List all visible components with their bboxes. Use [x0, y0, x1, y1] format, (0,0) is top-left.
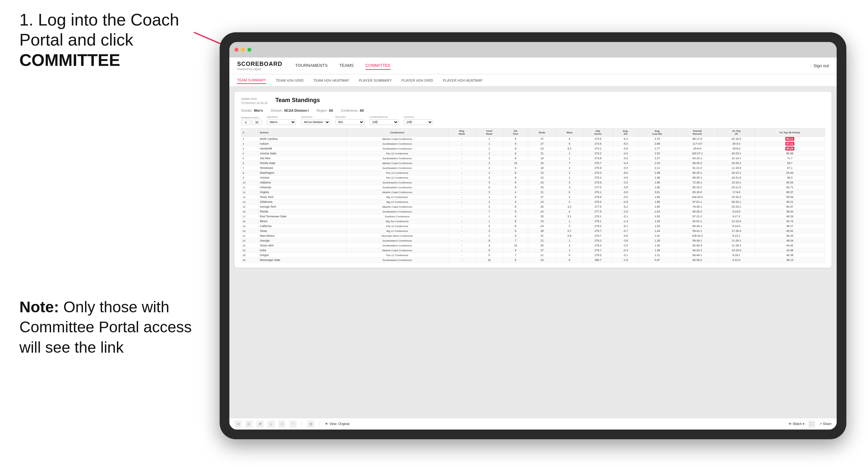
cell-pts: 40.38 — [755, 253, 825, 258]
cell-wins: 1 — [556, 238, 583, 243]
conference-control: Conference (All) — [370, 116, 399, 125]
cell-no-tour: 9 — [503, 209, 528, 214]
cell-school[interactable]: Duke — [258, 248, 346, 253]
cell-vs-top25: 30-15-1 — [718, 199, 755, 205]
cell-no-tour: 9 — [503, 214, 528, 219]
min-rounds-input2[interactable] — [252, 120, 262, 125]
conference-value: All — [360, 109, 364, 113]
cell-school[interactable]: Georgia Tech — [258, 205, 346, 209]
cell-school[interactable]: Arkansas — [258, 185, 346, 190]
division-select[interactable]: NCAA Division I — [301, 119, 330, 125]
cell-adj-score: 276.4 — [583, 175, 613, 180]
toolbar-clock[interactable]: ◷ — [307, 421, 314, 428]
cell-school[interactable]: East Tennessee State — [258, 214, 346, 219]
conference-select[interactable]: (All) — [370, 119, 399, 125]
cell-rank: 21 — [241, 234, 258, 238]
cell-no-tour: 6 — [503, 166, 528, 170]
toolbar-reload[interactable]: ↺ — [256, 421, 264, 428]
cell-school[interactable]: Washington — [258, 170, 346, 175]
cell-school[interactable]: Tennessee — [258, 166, 346, 170]
cell-conference: Atlantic Coast Conference — [346, 190, 448, 195]
cell-school[interactable]: Ole Miss — [258, 156, 346, 161]
min-rounds-group: Minimum Rou... — [241, 116, 262, 125]
tablet-screen: SCOREBOARD Powered by clippd TOURNAMENTS… — [229, 42, 837, 430]
cell-school[interactable]: Oklahoma — [258, 199, 346, 205]
cell-school[interactable]: Arizona State — [258, 151, 346, 156]
cell-conference: Pac-12 Conference — [346, 253, 448, 258]
cell-pts: 80.98 — [755, 151, 825, 156]
cell-school[interactable]: New Mexico — [258, 234, 346, 238]
cell-sg: -1.4 — [613, 219, 638, 224]
min-rounds-input1[interactable] — [241, 120, 251, 125]
nav-teams[interactable]: TEAMS — [339, 62, 354, 70]
cell-avg-low: 1.85 — [638, 195, 676, 199]
browser-close — [235, 48, 239, 52]
cell-school[interactable]: Arizona — [258, 175, 346, 180]
cell-conf-rank: 5 — [475, 180, 503, 185]
cell-school[interactable]: Virginia — [258, 190, 346, 195]
cell-conference: Atlantic Coast Conference — [346, 248, 448, 253]
cell-wins: 6.2 — [556, 146, 583, 151]
sub-nav-player-summary[interactable]: PLAYER SUMMARY — [359, 77, 392, 84]
share-button[interactable]: ↗ Share — [819, 422, 832, 426]
cell-wins: 1 — [556, 156, 583, 161]
cell-no-tour: 8 — [503, 146, 528, 151]
cell-rnds: 22 — [528, 175, 556, 180]
sign-out-link[interactable]: Sign out — [813, 63, 829, 68]
sub-nav-h2h-grid[interactable]: TEAM H2H GRID — [276, 77, 304, 84]
cell-school[interactable]: Auburn — [258, 142, 346, 146]
card-title: Team Standings — [276, 97, 320, 104]
cell-rnds: 21 — [528, 253, 556, 258]
cell-school[interactable]: Illinois — [258, 219, 346, 224]
table-row: 8 Washington Pac-12 Conference - 2 8 23 … — [241, 170, 825, 175]
cell-reg-rank: - — [448, 229, 475, 234]
watch-button[interactable]: 👁 Watch ▾ — [788, 422, 804, 426]
cell-sg: -1.8 — [613, 258, 638, 262]
cell-avg-low: 1.28 — [638, 219, 676, 224]
cell-avg-low: 1.30 — [638, 243, 676, 248]
cell-reg-rank: - — [448, 151, 475, 156]
cell-no-tour: 8 — [503, 219, 528, 224]
cell-wins: 6 — [556, 190, 583, 195]
cell-school[interactable]: Florida — [258, 209, 346, 214]
toolbar-expand[interactable]: ⛶ — [808, 421, 815, 428]
cell-vs-top25: 17-9-0 — [718, 190, 755, 195]
toolbar-bookmark[interactable]: ☆ — [278, 421, 285, 428]
cell-avg-low: 2.11 — [638, 166, 676, 170]
cell-rnds: 23 — [528, 180, 556, 185]
nav-tournaments[interactable]: TOURNAMENTS — [295, 62, 328, 70]
cell-overall: 92-40-3 — [676, 243, 718, 248]
cell-school[interactable]: Florida State — [258, 161, 346, 166]
cell-school[interactable]: Oregon — [258, 253, 346, 258]
sub-nav-h2h-heatmap[interactable]: TEAM H2H HEATMAP — [313, 77, 349, 84]
toolbar-more[interactable]: ⋯ — [289, 421, 297, 428]
sub-nav-player-h2h-heatmap[interactable]: PLAYER H2H HEATMAP — [443, 77, 483, 84]
cell-school[interactable]: Vanderbilt — [258, 146, 346, 151]
cell-sg: -6.0 — [613, 170, 638, 175]
col-vs-top25: Vs Top25 — [718, 128, 755, 136]
cell-pts: 60.71 — [755, 185, 825, 190]
sub-nav-team-summary[interactable]: TEAM SUMMARY — [237, 77, 266, 84]
toolbar-home[interactable]: ⌂ — [268, 421, 275, 428]
nav-committee[interactable]: COMMITTEE — [365, 62, 391, 70]
cell-school[interactable]: Georgia — [258, 238, 346, 243]
cell-school[interactable]: California — [258, 224, 346, 229]
cell-school[interactable]: Texas A&M — [258, 243, 346, 248]
cell-reg-rank: - — [448, 136, 475, 142]
sub-nav-player-h2h-grid[interactable]: PLAYER H2H GRID — [402, 77, 433, 84]
region-select[interactable]: N/A — [335, 119, 364, 125]
toolbar-forward[interactable]: ▷ — [246, 421, 253, 428]
cell-school[interactable]: Texas Tech — [258, 195, 346, 199]
school-select[interactable]: (All) — [404, 119, 433, 125]
toolbar-back[interactable]: ◁ — [235, 421, 242, 428]
cell-no-tour: 6 — [503, 151, 528, 156]
cell-avg-low: 1.85 — [638, 199, 676, 205]
cell-school[interactable]: Texas — [258, 229, 346, 234]
cell-school[interactable]: Mississippi State — [258, 258, 346, 262]
cell-school[interactable]: Alabama — [258, 180, 346, 185]
view-original-button[interactable]: 👁 View: Original — [325, 422, 349, 426]
gender-select[interactable]: Men's — [267, 119, 296, 125]
cell-school[interactable]: North Carolina — [258, 136, 346, 142]
cell-wins: 0 — [556, 258, 583, 262]
cell-overall: 96-29-2 — [676, 161, 718, 166]
